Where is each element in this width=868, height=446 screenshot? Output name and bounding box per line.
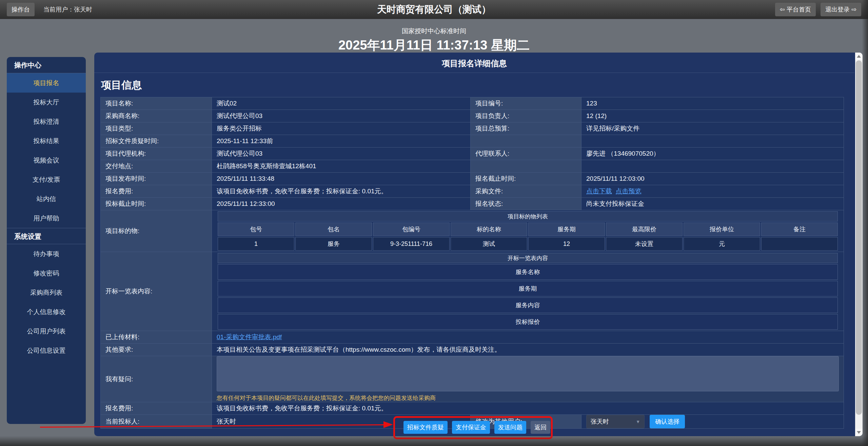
field-label: 项目标的物: bbox=[101, 210, 212, 252]
field-label: 项目总预算: bbox=[471, 122, 581, 135]
logout-label: 退出登录 bbox=[825, 6, 850, 13]
cell: 元 bbox=[684, 237, 760, 251]
question-textarea[interactable] bbox=[217, 356, 839, 391]
scrollbar[interactable] bbox=[855, 53, 863, 436]
sidebar-item-change-password[interactable]: 修改密码 bbox=[7, 264, 86, 283]
scrollbar-thumb[interactable] bbox=[856, 60, 862, 415]
sidebar-item-pay-invoice[interactable]: 支付/发票 bbox=[7, 170, 86, 189]
clock-caption: 国家授时中心标准时间 bbox=[0, 19, 868, 36]
other-requirements: 本项目相关公告及变更事项在招采测试平台（https://www.cszoc.co… bbox=[212, 344, 844, 356]
scrollbar-down-button[interactable] bbox=[855, 429, 863, 436]
table-row: 项目名称: 测试02 项目编号: 123 bbox=[101, 97, 844, 110]
sidebar-header-operations: 操作中心 bbox=[7, 57, 86, 73]
question-cell: 您有任何对于本项目的疑问都可以在此处填写提交，系统将会把您的问题发送给采购商 bbox=[212, 356, 844, 402]
logout-button[interactable]: 退出登录 ⇨ bbox=[821, 3, 861, 16]
field-label: 已上传材料: bbox=[101, 331, 212, 344]
field-value: 详见招标/采购文件 bbox=[581, 122, 844, 135]
confirm-select-button[interactable]: 确认选择 bbox=[650, 415, 685, 428]
section-title: 项目信息 bbox=[101, 78, 863, 92]
field-value: 点击下载 点击预览 bbox=[581, 185, 844, 198]
topbar-right: ⇦ 平台首页 退出登录 ⇨ bbox=[775, 3, 861, 16]
sidebar-item-personal-info[interactable]: 个人信息修改 bbox=[7, 302, 86, 322]
subjects-data-row: 1 服务 9-3-251111-716 测试 12 未设置 元 bbox=[218, 237, 838, 251]
field-label: 当前投标人: bbox=[101, 415, 212, 429]
field-label: 项目编号: bbox=[471, 97, 581, 110]
back-button[interactable]: 返回 bbox=[531, 421, 550, 434]
field-value: 2025-11-11 12:33前 bbox=[212, 135, 471, 148]
cell: 1 bbox=[218, 237, 294, 251]
fee-notice: 该项目免收标书费，免收平台服务费；投标保证金: 0.01元。 bbox=[212, 402, 844, 415]
subjects-title-row: 项目标的物列表 bbox=[218, 211, 838, 221]
page-edge-shadow-right bbox=[862, 0, 868, 446]
field-label: 招标文件质疑时间: bbox=[101, 135, 212, 148]
subjects-table: 项目标的物列表 包号 包名 包编号 标的名称 服务期 最高限价 报价单位 备注 bbox=[217, 210, 839, 252]
field-label: 采购商名称: bbox=[101, 110, 212, 122]
sidebar-item-bid-clarify[interactable]: 投标澄清 bbox=[7, 112, 86, 131]
cell: 服务名称 bbox=[218, 264, 838, 280]
field-label: 项目发布时间: bbox=[101, 173, 212, 185]
sidebar-item-buyer-list[interactable]: 采购商列表 bbox=[7, 283, 86, 302]
col-header: 包编号 bbox=[373, 222, 450, 236]
col-header: 报价单位 bbox=[684, 222, 760, 236]
field-value: 测试代理公司03 bbox=[212, 148, 471, 160]
col-header: 标的名称 bbox=[451, 222, 527, 236]
bidform-row: 服务期 bbox=[218, 281, 838, 296]
bidform-table: 开标一览表内容 服务名称 服务期 服务内容 投标报价 bbox=[217, 252, 839, 331]
sidebar-item-video-meeting[interactable]: 视频会议 bbox=[7, 151, 86, 170]
clock-time: 2025年11月11日 11:37:13 星期二 bbox=[0, 37, 868, 54]
preview-link[interactable]: 点击预览 bbox=[616, 188, 642, 195]
field-value: 123 bbox=[581, 97, 844, 110]
console-button[interactable]: 操作台 bbox=[7, 3, 35, 16]
sidebar-item-todo[interactable]: 待办事项 bbox=[7, 244, 86, 264]
left-arrow-icon: ⇦ bbox=[780, 6, 785, 13]
field-value bbox=[581, 135, 844, 148]
sidebar-header-settings: 系统设置 bbox=[7, 228, 86, 244]
sidebar-item-project-signup[interactable]: 项目报名 bbox=[7, 73, 86, 93]
field-value: 2025/11/11 12:03:00 bbox=[581, 173, 844, 185]
table-row-bidform: 开标一览表内容: 开标一览表内容 服务名称 服务期 服务内容 投标报价 bbox=[101, 252, 844, 331]
sidebar-item-bid-hall[interactable]: 投标大厅 bbox=[7, 93, 86, 112]
field-label: 项目代理机构: bbox=[101, 148, 212, 160]
field-value: 杜鹃路858号奥克斯缔壹城12栋401 bbox=[212, 160, 471, 173]
topbar: 操作台 当前用户：张天时 天时商贸有限公司（测试） ⇦ 平台首页 退出登录 ⇨ bbox=[0, 0, 868, 19]
sidebar-item-company-users[interactable]: 公司用户列表 bbox=[7, 322, 86, 341]
fee-notice: 该项目免收标书费，免收平台服务费；投标保证金: 0.01元。 bbox=[212, 185, 471, 198]
col-header: 包名 bbox=[295, 222, 372, 236]
pay-deposit-button[interactable]: 支付保证金 bbox=[452, 421, 490, 434]
table-row: 报名费用: 该项目免收标书费，免收平台服务费；投标保证金: 0.01元。 采购文… bbox=[101, 185, 844, 198]
user-select-value: 张天时 bbox=[591, 418, 609, 426]
sidebar-item-bid-result[interactable]: 投标结果 bbox=[7, 131, 86, 151]
cell bbox=[761, 237, 838, 251]
table-row: 投标截止时间: 2025/11/11 12:33:00 报名状态: 尚未支付投标… bbox=[101, 198, 844, 210]
table-row: 采购商名称: 测试代理公司03 项目负责人: 12 (12) bbox=[101, 110, 844, 122]
sidebar-item-company-settings[interactable]: 公司信息设置 bbox=[7, 341, 86, 360]
sidebar-item-site-message[interactable]: 站内信 bbox=[7, 189, 86, 209]
subjects-cell: 项目标的物列表 包号 包名 包编号 标的名称 服务期 最高限价 报价单位 备注 bbox=[212, 210, 844, 252]
cell: 未设置 bbox=[606, 237, 683, 251]
download-link[interactable]: 点击下载 bbox=[586, 188, 612, 195]
scrollbar-up-button[interactable] bbox=[855, 53, 863, 60]
field-value: 01-采购文件审批表.pdf bbox=[212, 331, 844, 344]
platform-home-label: 平台首页 bbox=[787, 6, 811, 13]
sidebar-item-user-help[interactable]: 用户帮助 bbox=[7, 209, 86, 228]
page-edge-shadow-bottom bbox=[0, 436, 868, 446]
field-label: 项目负责人: bbox=[471, 110, 581, 122]
challenge-button[interactable]: 招标文件质疑 bbox=[403, 421, 448, 434]
field-label: 报名截止时间: bbox=[471, 173, 581, 185]
send-question-button[interactable]: 发送问题 bbox=[494, 421, 526, 434]
platform-home-button[interactable]: ⇦ 平台首页 bbox=[775, 3, 816, 16]
question-hint: 您有任何对于本项目的疑问都可以在此处填写提交，系统将会把您的问题发送给采购商 bbox=[217, 394, 839, 402]
bidform-row: 服务名称 bbox=[218, 264, 838, 280]
table-row-subjects: 项目标的物: 项目标的物列表 包号 包名 包编号 标的名称 服务期 最高限价 bbox=[101, 210, 844, 252]
table-row: 已上传材料: 01-采购文件审批表.pdf bbox=[101, 331, 844, 344]
cell: 投标报价 bbox=[218, 314, 838, 330]
main-panel: 项目报名详细信息 项目信息 项目名称: 测试02 项目编号: 123 采购商名称… bbox=[94, 53, 863, 436]
uploaded-file-link[interactable]: 01-采购文件审批表.pdf bbox=[217, 333, 282, 341]
field-label bbox=[471, 160, 581, 173]
cell: 9-3-251111-716 bbox=[373, 237, 450, 251]
field-label: 采购文件: bbox=[471, 185, 581, 198]
signup-status: 尚未支付投标保证金 bbox=[581, 198, 844, 210]
user-select[interactable]: 张天时 ▼ bbox=[586, 415, 645, 428]
col-header: 包号 bbox=[218, 222, 294, 236]
table-row-question: 我有疑问: 您有任何对于本项目的疑问都可以在此处填写提交，系统将会把您的问题发送… bbox=[101, 356, 844, 402]
